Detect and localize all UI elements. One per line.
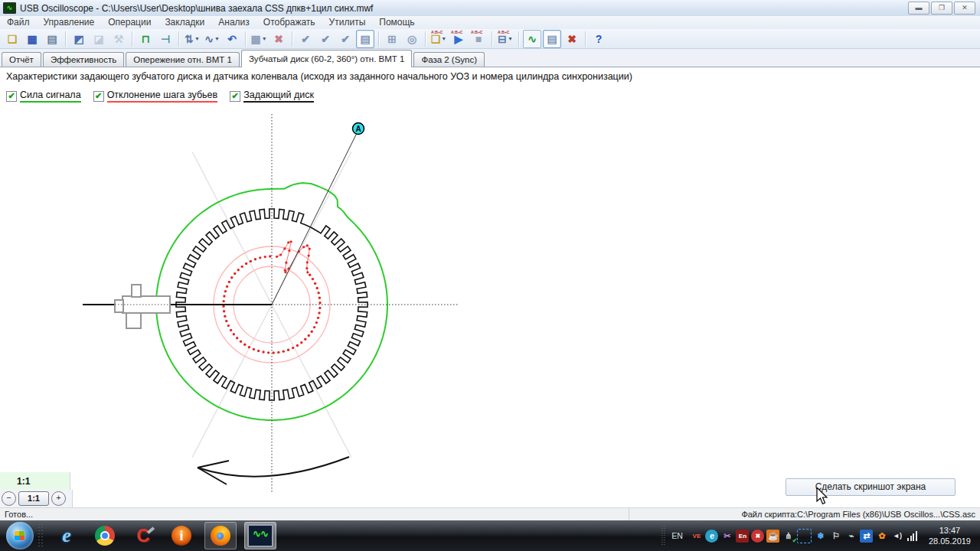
copy-chart-button: ◪ — [90, 30, 108, 48]
help-button[interactable]: ? — [590, 30, 608, 48]
tray-power-icon[interactable]: ⌁ — [844, 530, 858, 543]
taskbar-info-button[interactable]: i — [166, 523, 197, 549]
chart-overlay-menu-icon: ▩ — [250, 33, 260, 45]
checkbox-tooth-pitch-deviation[interactable]: ✔ Отклонение шага зубьев — [93, 90, 218, 103]
clock-date: 28.05.2019 — [929, 536, 971, 546]
dropdown-arrow-icon[interactable]: ▼ — [214, 36, 220, 41]
dropdown-arrow-icon[interactable]: ▼ — [262, 36, 267, 41]
script-view-icon: ▤ — [547, 33, 557, 45]
script-page-button[interactable]: ▤ — [356, 30, 374, 48]
taskbar-firefox-button[interactable] — [204, 522, 237, 549]
dropdown-arrow-icon[interactable]: ▼ — [508, 36, 513, 41]
save-file-button[interactable]: ▦ — [23, 30, 41, 48]
open-file-icon: ❏ — [8, 33, 18, 45]
tab-2[interactable]: Опережение отн. ВМТ 1 — [126, 52, 240, 67]
checkbox-label: Отклонение шага зубьев — [107, 90, 218, 103]
save-chart-button[interactable]: ◩ — [70, 30, 88, 48]
export-report-button[interactable]: ▤ — [43, 30, 61, 48]
delete-marks-button[interactable]: ✖ — [563, 30, 581, 48]
tray-ve-icon[interactable]: VE — [690, 530, 703, 543]
apply-down-button[interactable]: ✔ — [316, 30, 335, 48]
tray-snowflake-icon[interactable]: ❄ — [814, 530, 827, 543]
checkbox-icon[interactable]: ✔ — [230, 91, 240, 102]
taskbar: eCi∿∿ EN VEe✂En✖☕⋔✔❄⚐⌁⇄✿◄) 13:47 28.05.2… — [0, 520, 980, 551]
zoom-in-button[interactable]: + — [51, 491, 66, 506]
zoom-out-button[interactable]: − — [2, 491, 16, 506]
script-view-button[interactable]: ▤ — [543, 30, 561, 48]
checkbox-icon[interactable]: ✔ — [6, 91, 17, 102]
menu-item-0[interactable]: Файл — [0, 16, 37, 29]
toolbar-separator — [518, 31, 519, 47]
open-file-button[interactable]: ❏ — [3, 30, 21, 48]
undo-button[interactable]: ↶ — [223, 30, 241, 48]
menu-item-5[interactable]: Отображать — [256, 16, 322, 29]
tab-4[interactable]: Фаза 2 (Sync) — [413, 52, 485, 67]
apply-all-button[interactable]: ✔ — [336, 30, 354, 48]
tray-en-icon[interactable]: En — [736, 530, 749, 543]
abc-run-button[interactable]: A:B+C▶ — [449, 30, 468, 48]
language-indicator[interactable]: EN — [669, 531, 688, 540]
menu-item-3[interactable]: Закладки — [158, 16, 211, 29]
tray-teamviewer-icon[interactable]: ⇄ — [860, 530, 873, 543]
close-button[interactable]: ✕ — [954, 2, 975, 15]
taskbar-ccleaner-button[interactable]: C — [128, 523, 158, 549]
chart-overlay-menu-button[interactable]: ▩▼ — [250, 30, 268, 48]
dropdown-arrow-icon[interactable]: ▼ — [441, 36, 446, 41]
tray-java-icon[interactable]: ☕ — [766, 530, 779, 543]
menu-item-6[interactable]: Утилиты — [322, 16, 373, 29]
info-line: Характеристики задающего зубчатого диска… — [6, 71, 978, 82]
checkbox-trigger-disk[interactable]: ✔ Задающий диск — [230, 90, 314, 103]
script-file-path: Файл скрипта:C:\Program Files (x86)\USB … — [629, 508, 980, 521]
taskbar-clock[interactable]: 13:47 28.05.2019 — [921, 525, 980, 546]
tray-error-icon[interactable]: ✖ — [751, 530, 764, 543]
dropdown-arrow-icon[interactable]: ▼ — [194, 36, 200, 41]
menu-item-4[interactable]: Анализ — [211, 16, 256, 29]
menu-item-7[interactable]: Помощь — [372, 16, 421, 29]
signal-wave-menu-button[interactable]: ∿▼ — [203, 30, 221, 48]
taskbar-chrome-button[interactable] — [90, 523, 120, 549]
tab-3[interactable]: Зубчатый диск (60-2, 360°) отн. ВМТ 1 — [241, 50, 413, 67]
toolbar-separator — [132, 31, 132, 47]
tray-usb-icon[interactable]: ⋔✔ — [782, 530, 795, 543]
taskbar-oscilloscope-button[interactable]: ∿∿ — [244, 522, 276, 549]
menu-item-1[interactable]: Управление — [37, 16, 102, 29]
tray-scissors-icon[interactable]: ✂ — [720, 530, 733, 543]
taskbar-ie-button[interactable]: e — [51, 523, 82, 549]
menu-item-2[interactable]: Операции — [101, 16, 158, 29]
tray-qip-icon[interactable]: ✿ — [875, 530, 888, 543]
delete-chart-icon: ✖ — [274, 33, 283, 45]
abc-calc-button[interactable]: A:B+C⊟▼ — [496, 30, 514, 48]
chart-frame-button[interactable]: ⊞ — [383, 30, 401, 48]
tray-eset-icon[interactable]: e — [705, 530, 718, 543]
tray-snip-icon[interactable] — [797, 529, 812, 543]
tab-0[interactable]: Отчёт — [2, 52, 41, 67]
chart-view-button[interactable]: ∿ — [523, 30, 541, 48]
tray-volume-icon[interactable]: ◄) — [890, 530, 903, 543]
taskbar-ccleaner-icon: C — [133, 526, 153, 546]
tray-actioncenter-flag-icon[interactable]: ⚐ — [829, 530, 842, 543]
start-button[interactable] — [6, 522, 34, 549]
toolbar-separator — [292, 31, 292, 47]
diagram-canvas[interactable]: A — [0, 103, 980, 507]
abc-stop-button[interactable]: A:B+C■ — [469, 30, 488, 48]
measure-tool-button[interactable]: ⊣ — [156, 30, 175, 48]
abc-label: A:B+C — [471, 30, 482, 34]
tray-network-icon[interactable] — [906, 530, 919, 543]
clock-time: 13:47 — [929, 525, 971, 536]
toolbar-separator — [65, 31, 66, 47]
apply-check-button[interactable]: ✔ — [296, 30, 315, 48]
take-screenshot-button[interactable]: Сделать скриншот экрана — [786, 478, 956, 496]
tab-1[interactable]: Эффективность — [43, 52, 124, 67]
signal-scale-menu-button[interactable]: ⇅▼ — [183, 30, 201, 48]
tray-expand-handle[interactable] — [662, 526, 665, 546]
delete-marks-icon: ✖ — [567, 33, 577, 45]
abc-open-button[interactable]: A:B+C❏▼ — [430, 30, 448, 48]
chart-search-button[interactable]: ◎ — [403, 30, 421, 48]
checkbox-icon[interactable]: ✔ — [93, 91, 104, 102]
delete-chart-button[interactable]: ✖ — [270, 30, 288, 48]
checkbox-signal-strength[interactable]: ✔ Сила сигнала — [6, 90, 81, 103]
restore-button[interactable]: ❐ — [931, 2, 952, 15]
zoom-reset-button[interactable]: 1:1 — [18, 491, 49, 506]
minimize-button[interactable]: ▬ — [908, 2, 929, 15]
impulse-view-button[interactable]: ⊓ — [136, 30, 155, 48]
